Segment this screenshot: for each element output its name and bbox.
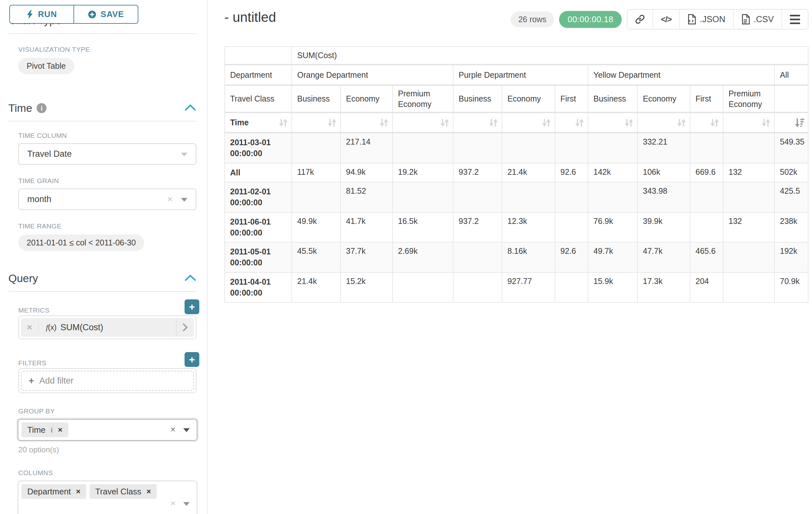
dimension-tag-label: Travel Class (95, 487, 142, 497)
pivot-sort-cell[interactable] (555, 112, 588, 133)
dimension-tag[interactable]: Travel Class× (90, 484, 157, 499)
pivot-value-cell (555, 272, 588, 303)
add-filter-plus-button[interactable]: + (184, 352, 199, 367)
lightning-bolt-icon (26, 10, 33, 19)
pivot-group-header: Yellow Department (588, 64, 775, 85)
sort-icon[interactable] (676, 117, 687, 128)
remove-tag-icon[interactable]: × (146, 487, 151, 496)
pivot-sort-cell[interactable] (588, 112, 637, 133)
export-json-button[interactable]: .JSON (680, 10, 734, 29)
sort-icon[interactable] (489, 117, 498, 128)
time-column-select[interactable]: Travel Date (18, 143, 196, 165)
pivot-value-cell: 2.69k (393, 242, 453, 272)
add-filter-button[interactable]: + Add filter (21, 371, 194, 390)
pivot-value-cell (723, 182, 775, 212)
pivot-value-cell: 92.6 (555, 242, 588, 272)
pivot-group-header: Orange Department (292, 64, 453, 85)
pivot-leaf-header: Economy (502, 85, 555, 112)
pivot-sort-cell[interactable] (292, 112, 341, 133)
share-link-button[interactable] (628, 10, 653, 29)
pivot-value-cell (588, 133, 637, 163)
pivot-table: SUM(Cost)DepartmentOrange DepartmentPurp… (224, 46, 809, 303)
pivot-value-cell: 425.5 (775, 182, 808, 212)
caret-down-icon (183, 428, 190, 432)
chevron-up-icon[interactable] (184, 104, 196, 112)
run-button[interactable]: RUN (9, 5, 74, 24)
dimension-tag[interactable]: Timei× (22, 423, 68, 437)
export-csv-button[interactable]: .CSV (734, 10, 782, 29)
query-section-header: Query (8, 272, 196, 285)
chart-title[interactable]: - untitled (224, 10, 276, 25)
sort-icon[interactable] (440, 117, 450, 128)
clear-icon[interactable]: × (170, 424, 176, 435)
visualization-type-value[interactable]: Pivot Table (18, 58, 74, 74)
pivot-corner-cell (225, 47, 292, 64)
pivot-value-cell (555, 182, 588, 212)
time-grain-select[interactable]: month × (18, 189, 196, 210)
pivot-value-cell: 465.6 (690, 242, 723, 272)
pivot-value-cell: 117k (292, 163, 341, 183)
metrics-box: × f(x) SUM(Cost) (18, 316, 196, 339)
run-save-toolbar: RUN SAVE (9, 5, 138, 24)
query-section-title: Query (8, 272, 38, 285)
pivot-value-cell (393, 182, 453, 212)
pivot-sort-cell[interactable] (723, 112, 775, 133)
pivot-sort-cell[interactable] (775, 112, 808, 133)
sort-icon[interactable] (709, 117, 720, 128)
pivot-row-label: 2011-02-01 00:00:00 (225, 182, 292, 212)
pivot-value-cell: 15.9k (588, 272, 637, 303)
sort-icon[interactable] (542, 117, 551, 128)
pivot-sort-cell[interactable] (502, 112, 555, 133)
pivot-sort-cell[interactable] (690, 112, 723, 133)
pivot-sort-cell[interactable] (393, 112, 453, 133)
chart-header-actions: 26 rows 00:00:00.18 </> (511, 9, 809, 30)
chevron-right-icon[interactable] (176, 318, 194, 337)
remove-metric-icon[interactable]: × (21, 322, 39, 332)
sort-icon[interactable] (278, 117, 288, 128)
pivot-metric-header: SUM(Cost) (292, 47, 808, 64)
dimension-tag[interactable]: Department× (22, 484, 86, 499)
section-divider (8, 291, 196, 292)
columns-select[interactable]: Department×Travel Class×× (18, 481, 197, 514)
pivot-sort-cell[interactable] (637, 112, 690, 133)
clear-icon[interactable]: × (170, 498, 176, 508)
metric-item[interactable]: × f(x) SUM(Cost) (21, 318, 194, 337)
pivot-leaf-row: Travel ClassBusinessEconomyPremium Econo… (225, 85, 808, 112)
more-options-button[interactable] (782, 10, 808, 29)
sort-icon[interactable] (624, 117, 634, 128)
pivot-value-cell: 41.7k (341, 212, 393, 243)
metrics-label-row: METRICS + (0, 299, 199, 314)
remove-tag-icon[interactable]: × (76, 487, 81, 496)
sort-desc-active-icon[interactable] (795, 117, 805, 128)
remove-tag-icon[interactable]: × (58, 425, 62, 434)
pivot-value-cell: 106k (637, 163, 690, 183)
group-by-select[interactable]: Timei×× (18, 419, 197, 441)
add-metric-button[interactable]: + (184, 299, 199, 314)
plus-icon: + (29, 375, 34, 386)
pivot-value-cell (690, 182, 723, 212)
sort-icon[interactable] (327, 117, 337, 128)
pivot-sort-cell[interactable] (453, 112, 502, 133)
pivot-data-row: 2011-05-01 00:00:0045.5k37.7k2.69k8.16k9… (225, 242, 808, 272)
pivot-time-sort-cell[interactable]: Time (225, 112, 292, 133)
sort-icon[interactable] (761, 117, 771, 128)
pivot-value-cell (723, 272, 775, 303)
pivot-value-cell: 502k (775, 163, 808, 183)
pivot-value-cell: 49.7k (588, 242, 637, 272)
pivot-value-cell (555, 212, 588, 243)
embed-code-button[interactable]: </> (653, 10, 680, 29)
time-range-value[interactable]: 2011-01-01 ≤ col < 2011-06-30 (18, 235, 144, 251)
pivot-sort-cell[interactable] (341, 112, 393, 133)
clear-icon[interactable]: × (167, 193, 173, 204)
pivot-value-cell: 12.3k (502, 212, 555, 243)
save-button[interactable]: SAVE (74, 5, 138, 24)
sort-icon[interactable] (575, 117, 584, 128)
chevron-up-icon[interactable] (184, 274, 196, 283)
sort-icon[interactable] (379, 117, 389, 128)
pivot-value-cell (453, 133, 502, 163)
pivot-value-cell: 332.21 (637, 133, 690, 163)
dimension-tag-label: Time (27, 425, 46, 435)
pivot-value-cell: 937.2 (453, 163, 502, 183)
pivot-value-cell: 343.98 (637, 182, 690, 212)
pivot-value-cell (588, 182, 637, 212)
